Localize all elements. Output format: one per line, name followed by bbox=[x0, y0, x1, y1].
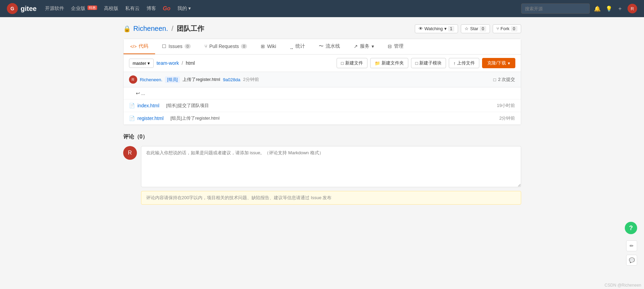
lock-icon: 🔒 bbox=[123, 25, 131, 33]
tab-services[interactable]: ↗ 服务 ▾ bbox=[347, 39, 381, 54]
file-commit-message: [组员]上传了register.html bbox=[164, 115, 500, 121]
file-list: ↩ ... 📄 index.html [组长]提交了团队项目 19小时前 📄 r… bbox=[124, 87, 521, 125]
new-folder-icon: 📁 bbox=[375, 61, 380, 66]
commit-hash[interactable]: 9a028da bbox=[223, 77, 241, 82]
pr-icon: ⑂ bbox=[204, 44, 207, 49]
table-row: 📄 index.html [组长]提交了团队项目 19小时前 bbox=[124, 99, 521, 112]
upload-button[interactable]: ↑ 上传文件 bbox=[449, 58, 479, 68]
comment-form: R 评论内容请保持在200字以内，项目相关的技术问题、缺陷报告、建议等信息请通过… bbox=[123, 146, 521, 205]
repo-separator: / bbox=[172, 25, 174, 33]
nav-mine[interactable]: 我的 ▾ bbox=[177, 5, 191, 12]
repo-actions: 👁 Watching ▾ 1 ☆ Star 0 ⑂ Fork 0 bbox=[415, 24, 521, 33]
repo-owner[interactable]: Richeneen. bbox=[133, 25, 168, 33]
manage-icon: ⊟ bbox=[388, 44, 392, 49]
branch-selector[interactable]: master ▾ bbox=[129, 59, 154, 68]
star-count: 0 bbox=[480, 26, 486, 32]
repo-header: 🔒 Richeneen. / 团队工作 👁 Watching ▾ 1 ☆ Sta… bbox=[123, 24, 521, 33]
search-input[interactable] bbox=[521, 3, 590, 14]
commit-author-avatar: R bbox=[129, 75, 137, 84]
plus-icon[interactable]: ＋ bbox=[617, 5, 623, 12]
toolbar-right: □ 新建文件 📁 新建文件夹 □ 新建子模块 ↑ 上传文件 bbox=[337, 58, 515, 68]
nav-private[interactable]: 私有云 bbox=[125, 5, 140, 12]
fork-count: 0 bbox=[511, 26, 517, 32]
enterprise-badge: 特惠 bbox=[87, 5, 97, 10]
footer-note: CSDN @Richeneen bbox=[602, 281, 644, 289]
nav-opensource[interactable]: 开源软件 bbox=[45, 5, 64, 12]
nav-blog[interactable]: 博客 bbox=[147, 5, 156, 12]
new-folder-button[interactable]: 📁 新建文件夹 bbox=[370, 58, 408, 68]
issues-badge: 0 bbox=[185, 44, 191, 49]
nav-enterprise[interactable]: 企业版 特惠 bbox=[71, 5, 97, 12]
commit-left: R Richeneen. [组员] 上传了register.html 9a028… bbox=[129, 75, 259, 84]
bulb-icon[interactable]: 💡 bbox=[606, 5, 612, 12]
chat-float-button[interactable]: 💬 bbox=[626, 255, 637, 266]
file-icon: 📄 bbox=[129, 116, 135, 121]
file-item-left: 📄 index.html bbox=[129, 103, 160, 108]
commits-icon: □ bbox=[493, 77, 496, 82]
nav-go[interactable]: Go bbox=[163, 5, 171, 12]
tab-pipeline[interactable]: 〜 流水线 bbox=[312, 39, 347, 54]
commit-info-row: R Richeneen. [组员] 上传了register.html 9a028… bbox=[124, 72, 521, 87]
new-file-button[interactable]: □ 新建文件 bbox=[337, 58, 367, 68]
toolbar-left: master ▾ team-work / html bbox=[129, 59, 195, 68]
file-icon: 📄 bbox=[129, 103, 135, 108]
path-teamwork[interactable]: team-work bbox=[156, 60, 179, 66]
new-file-icon: □ bbox=[341, 61, 344, 66]
edit-float-button[interactable]: ✏ bbox=[626, 240, 637, 251]
tab-issues[interactable]: ☐ Issues 0 bbox=[155, 39, 198, 54]
repo-title: 🔒 Richeneen. / 团队工作 bbox=[123, 24, 204, 33]
logo-link[interactable]: G gitee bbox=[7, 3, 37, 14]
user-avatar[interactable]: R bbox=[628, 4, 637, 13]
clone-chevron-icon: ▾ bbox=[508, 61, 510, 66]
commit-right: □ 2 次提交 bbox=[493, 76, 515, 83]
pipeline-icon: 〜 bbox=[319, 43, 324, 49]
nav-action-icons: 🔔 💡 ＋ R bbox=[594, 4, 637, 13]
repo-name[interactable]: 团队工作 bbox=[177, 24, 204, 33]
branch-chevron-icon: ▾ bbox=[148, 61, 150, 66]
file-name-link[interactable]: register.html bbox=[138, 116, 164, 121]
back-item[interactable]: ↩ ... bbox=[124, 87, 521, 99]
stats-icon: ⣀ bbox=[290, 44, 293, 49]
chat-icon: 💬 bbox=[629, 257, 635, 263]
help-float-button[interactable]: ? bbox=[625, 222, 637, 234]
top-navigation: G gitee 开源软件 企业版 特惠 高校版 私有云 博客 Go 我的 ▾ 🔔… bbox=[0, 0, 644, 17]
comments-title: 评论（0） bbox=[123, 133, 521, 141]
clone-button[interactable]: 克隆/下载 ▾ bbox=[482, 58, 515, 68]
back-arrow-icon: ↩ ... bbox=[136, 91, 145, 96]
file-name-link[interactable]: index.html bbox=[138, 103, 160, 108]
watch-count: 1 bbox=[448, 26, 455, 32]
star-icon: ☆ bbox=[465, 26, 469, 31]
tab-stats[interactable]: ⣀ 统计 bbox=[283, 39, 312, 54]
file-item-left: 📄 register.html bbox=[129, 116, 164, 121]
bell-icon[interactable]: 🔔 bbox=[594, 5, 601, 12]
commits-label[interactable]: 2 次提交 bbox=[498, 76, 515, 83]
repo-toolbar: master ▾ team-work / html □ 新建文件 📁 新建文件夹 bbox=[124, 55, 521, 72]
nav-links: 开源软件 企业版 特惠 高校版 私有云 博客 Go 我的 ▾ bbox=[45, 5, 191, 12]
new-module-button[interactable]: □ 新建子模块 bbox=[411, 58, 446, 68]
commit-time: 2分钟前 bbox=[243, 76, 259, 83]
comment-textarea[interactable] bbox=[141, 146, 521, 187]
comment-warning: 评论内容请保持在200字以内，项目相关的技术问题、缺陷报告、建议等信息请通过 I… bbox=[141, 191, 521, 205]
issues-icon: ☐ bbox=[162, 44, 166, 49]
edit-icon: ✏ bbox=[630, 243, 634, 249]
nav-search-area: 🔔 💡 ＋ R bbox=[521, 3, 637, 14]
logo-icon: G bbox=[7, 3, 18, 14]
commit-tag: [组员] bbox=[165, 76, 180, 83]
star-button[interactable]: ☆ Star 0 bbox=[461, 24, 490, 33]
upload-icon: ↑ bbox=[453, 61, 456, 66]
tab-wiki[interactable]: ⊞ Wiki bbox=[254, 39, 283, 54]
comment-input-area: 评论内容请保持在200字以内，项目相关的技术问题、缺陷报告、建议等信息请通过 I… bbox=[141, 146, 521, 205]
wiki-icon: ⊞ bbox=[261, 44, 265, 49]
new-module-icon: □ bbox=[415, 61, 418, 66]
tab-manage[interactable]: ⊟ 管理 bbox=[381, 39, 410, 54]
chevron-down-icon: ▾ bbox=[444, 26, 447, 31]
commit-author[interactable]: Richeneen. bbox=[140, 77, 163, 82]
tab-code[interactable]: </> 代码 bbox=[124, 39, 155, 54]
fork-icon: ⑂ bbox=[496, 26, 499, 31]
nav-university[interactable]: 高校版 bbox=[104, 5, 118, 12]
tab-pullrequests[interactable]: ⑂ Pull Requests 0 bbox=[198, 39, 254, 54]
services-icon: ↗ bbox=[354, 44, 358, 49]
watch-button[interactable]: 👁 Watching ▾ 1 bbox=[415, 24, 458, 33]
services-chevron-icon: ▾ bbox=[372, 44, 374, 49]
fork-button[interactable]: ⑂ Fork 0 bbox=[493, 24, 521, 33]
